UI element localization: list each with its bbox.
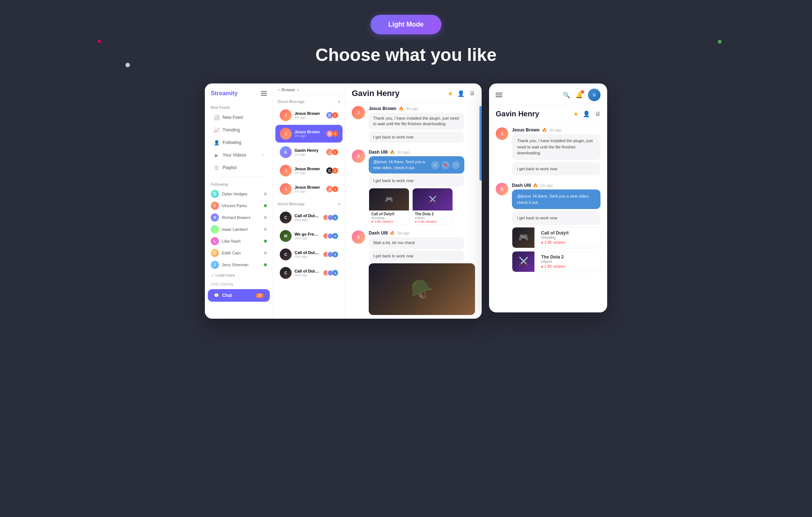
group-item-1[interactable]: C Call of Duty Group 2hrs ago 4 — [275, 209, 343, 226]
dm-avatars-5: J 1 — [326, 185, 338, 193]
screen-icon[interactable]: 🖥 — [469, 90, 475, 97]
dm-section-1-collapse-icon[interactable]: ∧ — [338, 100, 340, 104]
game-card-cod-viewers: ● 2.8K viewers — [371, 220, 407, 223]
right-top-bar: 🔍 🔔 U — [489, 83, 607, 105]
following-item-edith[interactable]: E Edith Cain — [205, 247, 273, 259]
sidebar-item-trending[interactable]: 📈 Trending — [208, 124, 270, 136]
dm-avatars-4: C 1 — [326, 167, 338, 175]
bookmark-action-icon[interactable]: 🔖 — [441, 161, 450, 169]
right-profile-icon[interactable]: 👤 — [583, 110, 590, 117]
group-item-2[interactable]: W We go FreeFire 2hrs ago 4 — [275, 227, 343, 245]
more-action-icon[interactable]: ··· — [452, 161, 460, 169]
dm-time-4: 1m ago — [295, 171, 323, 175]
dm-info-5: Jesus Brown 1m ago — [295, 185, 323, 193]
avatar-edith: E — [211, 249, 219, 257]
right-msg-avatar-2: D — [496, 183, 508, 195]
msg-text-2a: @jesus. Hi there, Sent you a new video, … — [373, 159, 427, 171]
dm-section-2-collapse-icon[interactable]: ∧ — [338, 202, 340, 206]
dm-time-3: 1m ago — [295, 153, 323, 156]
following-item-richard[interactable]: R Richard Bowers — [205, 212, 273, 223]
msg-time-2: 3m ago — [397, 150, 409, 154]
chat-icon: 💬 — [214, 293, 219, 298]
browse-chevron-icon: ⌄ — [296, 87, 300, 92]
right-bubble-1a: Thank you, I have installed the plugin, … — [512, 134, 601, 160]
sidebar: Streamity New Feeds ⬜ New Feed 📈 Trendin… — [205, 83, 273, 319]
dm-name-2: Jesus Brown — [295, 130, 323, 134]
dm-item-5[interactable]: J Jesus Brown 1m ago J 1 — [275, 180, 343, 198]
following-name-lillie: Lillie Nash — [222, 239, 241, 243]
decorative-dot-red — [98, 40, 101, 43]
right-flame-2: 🔥 — [533, 183, 538, 188]
dm-time-2: 2m ago — [295, 134, 323, 138]
right-header-icons: 🔍 🔔 U — [563, 89, 601, 101]
right-screen-icon[interactable]: 🖥 — [595, 111, 601, 117]
msg-content-1: Jesus Brown 🔥 3m ago Thank you, I have i… — [369, 106, 475, 144]
dm-item-1[interactable]: J Jesus Brown 3m ago G 1 — [275, 106, 343, 124]
dm-item-2-active[interactable]: J Jesus Brown 2m ago D 1 — [275, 125, 343, 143]
right-hamburger-icon[interactable] — [496, 93, 502, 97]
following-item-isaac[interactable]: I Isaac Lambert — [205, 223, 273, 235]
following-item-vincent[interactable]: V Vincent Parks — [205, 200, 273, 212]
msg-bubble-3a: Wait a bit, let me check — [369, 237, 464, 249]
sidebar-logo-row: Streamity — [205, 90, 273, 103]
following-name-dylan: Dylan Hodges — [222, 192, 247, 196]
group-avatars-4: 4 — [323, 270, 338, 276]
load-more-button[interactable]: ⌄ Load more — [205, 271, 273, 279]
following-icon: 👤 — [214, 140, 220, 145]
msg-content-3: Dash UI8 🔥 3m ago Wait a bit, let me che… — [369, 230, 475, 315]
following-item-dylan[interactable]: D Dylan Hodges — [205, 188, 273, 200]
right-user-avatar[interactable]: U — [588, 89, 601, 101]
new-feed-icon: ⬜ — [214, 114, 220, 120]
right-search-icon[interactable]: 🔍 — [563, 92, 570, 99]
right-chat-title-icons: ★ 👤 🖥 — [573, 110, 601, 117]
group-name-1: Call of Duty Group — [295, 213, 320, 218]
following-name-jerry: Jerry Sherman — [222, 263, 248, 267]
group-item-4[interactable]: C Call of Duty Group 2hrs ago 4 — [275, 264, 343, 282]
right-msg-group-2: D Dash UI8 🔥 3m ago @jesus. Hi there, Se… — [496, 183, 601, 272]
add-video-icon[interactable]: + — [261, 152, 264, 158]
group-time-3: 2hrs ago — [295, 255, 320, 258]
msg-sender-row-3: Dash UI8 🔥 3m ago — [369, 230, 475, 236]
flame-icon-3: 🔥 — [390, 231, 395, 236]
dm-item-4[interactable]: J Jesus Brown 1m ago C 1 — [275, 162, 343, 179]
right-chat-title-row: Gavin Henry ★ 👤 🖥 — [489, 105, 607, 122]
sidebar-item-following[interactable]: 👤 Following — [208, 137, 270, 148]
dm-avatar-3: G — [280, 146, 292, 158]
star-icon[interactable]: ★ — [448, 90, 453, 97]
dm-info-4: Jesus Brown 1m ago — [295, 167, 323, 175]
browse-button[interactable]: ○ Browse ⌄ — [278, 87, 300, 92]
game-card-cod[interactable]: 🎮 Call of Duty® Shooting ● 2.8K viewers — [369, 188, 409, 225]
avatar-lillie: L — [211, 237, 219, 245]
following-item-lillie[interactable]: L Lillie Nash — [205, 235, 273, 247]
right-game-card-dota[interactable]: ⚔️ The Dota 2 eSport ● 2.8K viewers — [512, 251, 601, 272]
game-card-dota[interactable]: ⚔️ The Dota 2 eSport ● 2.8K viewers — [412, 188, 453, 225]
right-game-card-cod[interactable]: 🎮 Call of Duty® Shooting ● 2.8K viewers — [512, 227, 601, 248]
sidebar-item-playlist[interactable]: ☰ Playlist — [208, 162, 270, 174]
msg-bubble-1a: Thank you, I have installed the plugin, … — [369, 113, 464, 130]
following-item-jerry[interactable]: J Jerry Sherman — [205, 259, 273, 271]
msg-avatar-1: J — [352, 106, 365, 119]
group-item-3[interactable]: C Call of Duty Group 2hrs ago 5 — [275, 246, 343, 263]
scrollbar-track[interactable] — [479, 106, 482, 319]
msg-bubble-2b: I get back to work now — [369, 175, 464, 186]
right-star-icon[interactable]: ★ — [573, 110, 578, 117]
dm-item-3[interactable]: G Gavin Henry 1m ago J 1 — [275, 143, 343, 161]
right-notification-icon[interactable]: 🔔 — [575, 92, 583, 99]
right-msg-time-1: 3m ago — [549, 128, 561, 132]
sidebar-item-new-feed[interactable]: ⬜ New Feed — [208, 112, 270, 123]
new-feeds-section-title: New Feeds — [205, 103, 273, 111]
chat-nav-button[interactable]: 💬 Chat 20 — [208, 289, 270, 302]
flame-icon-2: 🔥 — [390, 150, 395, 155]
profile-icon[interactable]: 👤 — [457, 90, 465, 97]
right-chat-title: Gavin Henry — [496, 110, 539, 118]
dm-section-2-title: Direct Message — [278, 202, 304, 206]
dm-info-3: Gavin Henry 1m ago — [295, 148, 323, 156]
dm-avatars-3: J 1 — [326, 148, 338, 156]
group-badge-1: 4 — [332, 215, 338, 220]
sidebar-item-your-videos[interactable]: ▶ Your Videos + — [208, 149, 270, 161]
hamburger-icon[interactable] — [261, 91, 267, 96]
decorative-dot-green — [718, 40, 722, 44]
emoji-action-icon[interactable]: ☺ — [431, 161, 439, 169]
messages-area: J Jesus Brown 🔥 3m ago Thank you, I have… — [345, 102, 482, 319]
light-mode-button[interactable]: Light Mode — [371, 15, 441, 34]
